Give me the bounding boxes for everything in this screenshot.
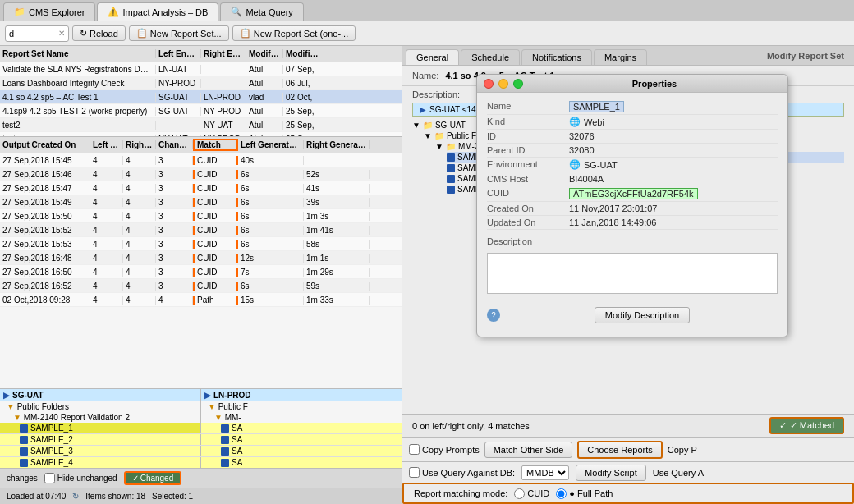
tab-notifications[interactable]: Notifications <box>521 49 592 65</box>
sample-row-2[interactable]: SAMPLE_2 SA <box>0 434 402 446</box>
new-report-set-one-button[interactable]: 📋 New Report Set (one-... <box>232 25 356 41</box>
cuid-radio[interactable] <box>514 488 525 499</box>
hide-unchanged-input[interactable] <box>44 473 55 483</box>
table-row[interactable]: Validate the SLA NYS Registrations DB ET… <box>0 62 402 76</box>
cell-right: LN-PROD <box>201 93 246 102</box>
table-row-selected[interactable]: 4.1 so 4.2 sp5 – AC Test 1 SG-UAT LN-PRO… <box>0 90 402 104</box>
col-left-docs: Left #Docs <box>90 140 123 149</box>
table-row[interactable]: 27 Sep,2018 15:50 4 4 3 CUID 6s 1m 3s <box>0 209 402 223</box>
left-subfolder: ▼ MM-2140 Report Validation 2 <box>0 412 201 423</box>
use-query-db-checkbox[interactable] <box>409 467 420 478</box>
full-path-radio[interactable] <box>556 488 567 499</box>
folder-icon: 📁 <box>434 131 444 140</box>
changes-label: changes <box>7 474 38 483</box>
copy-prompts-checkbox[interactable] <box>409 444 420 455</box>
use-query-db-label[interactable]: Use Query Against DB: <box>409 467 515 478</box>
prop-cms-host-row: CMS Host BI4004A <box>487 172 778 186</box>
help-button[interactable]: ? <box>487 309 500 322</box>
modify-description-button[interactable]: Modify Description <box>595 307 690 323</box>
new-report-set-button[interactable]: 📋 New Report Set... <box>129 25 229 41</box>
report-list-section: ▶ SG-UAT ▶ LN-PROD ▼ Public Folders ▼ Pu… <box>0 388 402 468</box>
popup-max-button[interactable] <box>513 79 523 89</box>
sample-row-3[interactable]: SAMPLE_3 SA <box>0 446 402 457</box>
table-row[interactable]: 27 Sep,2018 15:47 4 4 3 CUID 6s 41s <box>0 181 402 195</box>
full-path-radio-label[interactable]: ● Full Path <box>556 488 613 499</box>
table-row[interactable]: 27 Sep,2018 15:49 4 4 3 CUID 6s 39s <box>0 195 402 209</box>
reload-icon[interactable]: ↻ <box>72 492 79 501</box>
table-row[interactable]: 02 Oct,2018 09:28 4 4 4 Path 15s 1m 33s <box>0 293 402 307</box>
panel-title: Modify Report Set <box>649 51 851 61</box>
sample-row-4[interactable]: SAMPLE_4 SA <box>0 457 402 468</box>
report-icon <box>221 459 229 467</box>
cell-left: SG-UAT <box>156 107 201 116</box>
clear-search-icon[interactable]: ✕ <box>58 29 65 38</box>
prop-updated-row: Updated On 11 Jan,2018 14:49:06 <box>487 216 778 230</box>
cell-left: NY-PROD <box>156 79 201 88</box>
reload-button[interactable]: ↻ Reload <box>72 25 126 41</box>
report-icon <box>20 424 28 433</box>
choose-reports-button[interactable]: Choose Reports <box>577 441 663 459</box>
table-row[interactable]: 27 Sep,2018 15:45 4 4 3 CUID 40s <box>0 153 402 167</box>
cuid-radio-label[interactable]: CUID <box>514 488 549 499</box>
table-row[interactable]: 27 Sep,2018 16:50 4 4 3 CUID 7s 1m 29s <box>0 265 402 279</box>
cell-left: LN-UAT <box>156 65 201 74</box>
table-row[interactable]: test2 NY-UAT Atul 25 Sep, <box>0 118 402 132</box>
sample-row-1[interactable]: SAMPLE_1 SA <box>0 423 402 434</box>
match-other-side-button[interactable]: Match Other Side <box>484 442 573 458</box>
lnprod-icon: ▶ <box>204 391 211 400</box>
changed-button[interactable]: ✓ Changed <box>124 471 182 485</box>
table-row[interactable]: 27 Sep,2018 15:46 4 4 3 CUID 6s 52s <box>0 167 402 181</box>
table-row[interactable]: test ac NY-UAT NY-PROD Atul 25 Sep, <box>0 132 402 136</box>
env-icon: 🌐 <box>569 159 581 170</box>
col-modified-by: Modified... <box>246 49 283 58</box>
db-select[interactable]: MMDB <box>521 465 569 480</box>
tab-margins[interactable]: Margins <box>594 49 647 65</box>
table-row[interactable]: 27 Sep,2018 15:52 4 4 3 CUID 6s 1m 41s <box>0 223 402 237</box>
tab-impact-analysis[interactable]: ⚠️ Impact Analysis – DB <box>97 2 218 21</box>
popup-close-button[interactable] <box>484 79 494 89</box>
copy-prompts-label[interactable]: Copy Prompts <box>409 444 480 455</box>
tab-bar: 📁 CMS Explorer ⚠️ Impact Analysis – DB 🔍… <box>0 0 854 21</box>
cell-mod: 25 Sep, <box>283 107 324 116</box>
left-sample-4: SAMPLE_4 <box>0 457 201 468</box>
cell-name: test2 <box>0 121 156 130</box>
search-input[interactable] <box>9 29 58 39</box>
hide-unchanged-checkbox[interactable]: Hide unchanged <box>44 473 117 483</box>
tab-general[interactable]: General <box>406 49 459 65</box>
report-icon <box>447 175 455 183</box>
tab-meta-query[interactable]: 🔍 Meta Query <box>220 2 303 21</box>
col-modified: Modifie... <box>283 49 324 58</box>
table-row[interactable]: 4.1sp9 4.2 sp5 TEST 2 (works properly) S… <box>0 104 402 118</box>
cell-name: Validate the SLA NYS Registrations DB ET… <box>0 65 156 74</box>
cell-mod: 06 Jul, <box>283 79 324 88</box>
table-row[interactable]: 27 Sep,2018 16:48 4 4 3 CUID 12s 1m 1s <box>0 251 402 265</box>
new-report-icon: 📋 <box>136 28 148 39</box>
search-box[interactable]: ✕ <box>5 25 69 42</box>
report-icon <box>20 447 28 456</box>
tree-expand-icon: ▼ <box>412 121 420 130</box>
tree-expand-icon: ▼ <box>424 131 432 140</box>
col-report-set-name: Report Set Name <box>0 49 156 58</box>
table-row[interactable]: Loans Dashboard Integrity Check NY-PROD … <box>0 76 402 90</box>
report-icon <box>221 436 229 444</box>
sgu-icon: ▶ <box>3 391 10 400</box>
report-list-headers: ▶ SG-UAT ▶ LN-PROD <box>0 389 402 401</box>
cell-left: NY-UAT <box>156 135 201 137</box>
copy-p-label: Copy P <box>668 445 697 455</box>
toolbar: ✕ ↻ Reload 📋 New Report Set... 📋 New Rep… <box>0 21 854 46</box>
prop-created-row: Created On 11 Nov,2017 23:01:07 <box>487 202 778 216</box>
folder-icon: 📁 <box>446 142 456 151</box>
alert-icon: ⚠️ <box>108 7 119 17</box>
popup-min-button[interactable] <box>498 79 508 89</box>
tab-cms-explorer[interactable]: 📁 CMS Explorer <box>3 2 95 21</box>
reload-icon: ↻ <box>80 28 87 39</box>
cell-name: 4.1 so 4.2 sp5 – AC Test 1 <box>0 93 156 102</box>
left-sample-1: SAMPLE_1 <box>0 423 201 433</box>
folder-icon-right: ▼ <box>208 402 216 411</box>
table-row[interactable]: 27 Sep,2018 16:52 4 4 3 CUID 6s 59s <box>0 279 402 293</box>
modify-script-button[interactable]: Modify Script <box>576 465 646 481</box>
table-row[interactable]: 27 Sep,2018 15:53 4 4 3 CUID 6s 58s <box>0 237 402 251</box>
report-icon <box>20 436 28 444</box>
tab-schedule[interactable]: Schedule <box>461 49 520 65</box>
right-public-folders: ▼ Public F <box>201 401 402 412</box>
